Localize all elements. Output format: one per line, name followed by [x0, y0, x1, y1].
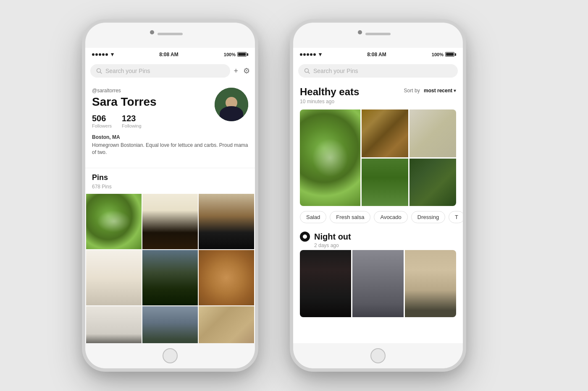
following-count: 123 — [122, 114, 141, 123]
tag-dressing[interactable]: Dressing — [411, 211, 445, 223]
phone-right: ▾ 8:08 AM 100% Sea — [290, 19, 466, 372]
settings-icon-left[interactable]: ⚙ — [243, 66, 250, 76]
tag-salad[interactable]: Salad — [300, 211, 326, 223]
search-icon-left — [96, 68, 102, 74]
mosaic-cell-brussels[interactable] — [410, 159, 456, 206]
pin-cell-4[interactable] — [86, 250, 142, 305]
wifi-icon-right: ▾ — [319, 51, 322, 57]
screen-right: ▾ 8:08 AM 100% Sea — [293, 48, 463, 343]
following-label: Following — [122, 123, 141, 128]
tags-row-healthy: Salad Fresh salsa Avocado Dressing T — [293, 206, 463, 228]
following-stat: 123 Following — [122, 114, 141, 128]
board-night-out-header: Night out 2 days ago — [293, 228, 463, 250]
board-mosaic-healthy — [300, 109, 456, 206]
pins-section-title: Pins — [85, 173, 255, 182]
profile-location: Boston, MA — [92, 134, 248, 140]
search-container-left: Search your Pins + ⚙ — [85, 61, 255, 81]
tag-more[interactable]: T — [449, 211, 463, 223]
mosaic-cell-leather[interactable] — [300, 250, 351, 317]
bottom-bar-right — [293, 343, 463, 368]
board-timestamp-healthy: 10 minutes ago — [300, 99, 404, 104]
svg-line-3 — [308, 72, 310, 74]
header-icons-left: + ⚙ — [234, 66, 250, 76]
battery-icon-right — [445, 52, 456, 57]
search-placeholder-right: Search your Pins — [313, 68, 358, 74]
screen-left: ▾ 8:08 AM 100% Sea — [85, 48, 255, 343]
pin-cell-3[interactable] — [199, 194, 254, 249]
pin-cell-8[interactable] — [142, 306, 198, 343]
board-healthy-eats-header: Healthy eats 10 minutes ago Sort by most… — [293, 81, 463, 109]
sort-arrow-icon: ▾ — [454, 88, 456, 94]
time-right: 8:08 AM — [367, 52, 386, 57]
board-mosaic-night — [300, 250, 456, 317]
mosaic-cell-lime[interactable] — [410, 109, 456, 157]
wifi-icon-left: ▾ — [111, 51, 114, 57]
mosaic-cell-avocado[interactable] — [362, 159, 408, 206]
status-bar-right: ▾ 8:08 AM 100% — [293, 48, 463, 61]
battery-percent-right: 100% — [432, 52, 444, 57]
mosaic-cell-gray-dress[interactable] — [352, 250, 404, 317]
time-left: 8:08 AM — [159, 52, 178, 57]
phone-left: ▾ 8:08 AM 100% Sea — [82, 19, 258, 372]
sort-label: Sort by — [404, 88, 420, 94]
home-button-right[interactable] — [370, 348, 386, 363]
mosaic-cell-heels[interactable] — [405, 250, 456, 317]
mosaic-cell-tacos-top[interactable] — [362, 109, 408, 157]
pin-cell-7[interactable] — [86, 306, 142, 343]
tag-fresh-salsa[interactable]: Fresh salsa — [330, 211, 370, 223]
search-bar-right[interactable]: Search your Pins — [298, 64, 458, 78]
pin-cell-1[interactable] — [86, 194, 142, 249]
pins-count: 678 Pins — [85, 184, 255, 190]
profile-section: @saraltorres Sara Torres 506 Followers 1… — [85, 81, 255, 163]
search-bar-left[interactable]: Search your Pins — [90, 64, 230, 78]
speaker-right — [365, 33, 391, 35]
svg-line-1 — [100, 72, 102, 74]
add-icon-left[interactable]: + — [234, 67, 238, 76]
pin-cell-5[interactable] — [142, 250, 198, 305]
followers-label: Followers — [92, 123, 112, 128]
search-container-right: Search your Pins — [293, 61, 463, 81]
search-placeholder-left: Search your Pins — [105, 68, 150, 74]
sort-value: most recent — [424, 88, 452, 94]
followers-count: 506 — [92, 114, 112, 123]
camera-left — [150, 30, 154, 34]
search-icon-right — [304, 68, 310, 74]
home-button-left[interactable] — [163, 348, 178, 363]
svg-point-4 — [303, 235, 307, 239]
battery-icon-left — [237, 52, 248, 57]
followers-stat: 506 Followers — [92, 114, 112, 128]
board-timestamp-night: 2 days ago — [314, 242, 456, 248]
tag-avocado[interactable]: Avocado — [374, 211, 407, 223]
bottom-bar-left — [85, 343, 255, 368]
divider — [85, 168, 255, 168]
sort-control[interactable]: Sort by most recent ▾ — [404, 86, 456, 94]
battery-percent-left: 100% — [224, 52, 236, 57]
pin-cell-6[interactable] — [199, 250, 254, 305]
board-title-night: Night out — [314, 232, 351, 242]
night-out-icon — [300, 232, 310, 242]
camera-right — [358, 30, 362, 34]
mosaic-cell-salad[interactable] — [300, 109, 360, 206]
pins-grid — [85, 194, 255, 343]
profile-bio: Homegrown Bostonian. Equal love for lett… — [92, 142, 248, 156]
speaker-left — [158, 33, 183, 35]
board-title-healthy: Healthy eats — [300, 86, 404, 98]
pin-cell-9[interactable] — [199, 306, 254, 343]
avatar[interactable] — [215, 88, 248, 121]
status-bar-left: ▾ 8:08 AM 100% — [85, 48, 255, 61]
pin-cell-2[interactable] — [142, 194, 198, 249]
